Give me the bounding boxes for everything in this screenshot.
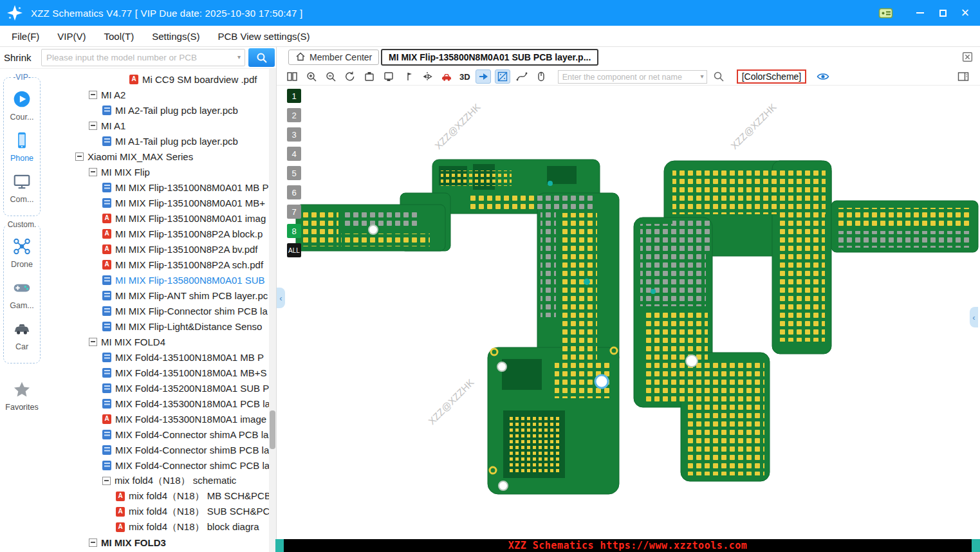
tree-item[interactable]: MI MIX FOLD4	[44, 334, 269, 349]
tree-item[interactable]: MI A2-Tail plug pcb layer.pcb	[44, 102, 269, 118]
tree-item[interactable]: MI MIX Flip-135800N8M0A01 SUB	[44, 272, 269, 288]
visibility-eye-icon[interactable]	[817, 71, 829, 82]
close-document-icon[interactable]	[961, 51, 974, 63]
board-bottom-icon[interactable]	[381, 69, 396, 84]
side-panel-icon[interactable]	[957, 71, 970, 82]
component-search-input[interactable]	[559, 71, 695, 83]
layer-button[interactable]: 8	[287, 224, 301, 238]
tree-item[interactable]: Xiaomi MIX_MAX Series	[44, 149, 269, 164]
chevron-down-icon[interactable]: ▾	[237, 53, 241, 60]
vip-card-icon[interactable]	[878, 6, 893, 20]
document-tab[interactable]: MI MIX Flip-135800N8M0A01 SUB PCB layer.…	[381, 49, 598, 66]
rail-item-phone[interactable]: Phone	[4, 131, 40, 163]
tree-item[interactable]: mix fold4（N18） block diagra	[44, 519, 269, 535]
rail-item-favorites[interactable]: Favorites	[0, 380, 44, 412]
tree-item-label: MIX Fold4-135300N18M0A1 image	[115, 414, 266, 425]
tree-item[interactable]: MIX Fold4-135100N18M0A1 MB+S	[44, 365, 269, 380]
tree-item[interactable]: MI A1	[44, 118, 269, 133]
overlay-image-icon[interactable]	[495, 69, 510, 84]
member-center-button[interactable]: Member Center	[288, 50, 379, 65]
tree-item[interactable]: MIX Fold4-135300N18M0A1 image	[44, 411, 269, 427]
tree-item[interactable]: MI MIX Flip-135100N8M0A01 MB+	[44, 195, 269, 210]
tree-item[interactable]: MI MIX Flip-ANT shim PCB layer.pc	[44, 288, 269, 303]
tree-item[interactable]: MIX Fold4-135300N18M0A1 PCB la	[44, 396, 269, 411]
tree-item[interactable]: mix fold4（N18） schematic	[44, 473, 269, 488]
rail-item-drone[interactable]: Drone	[4, 237, 40, 269]
flip-horizontal-icon[interactable]	[420, 69, 435, 84]
rail-item-label: Car	[4, 342, 40, 351]
model-search-input[interactable]	[42, 50, 234, 66]
tree-item[interactable]: MI MIX Flip-Connector shim PCB la	[44, 303, 269, 318]
zoom-in-icon[interactable]	[304, 69, 319, 84]
tree-item[interactable]: MI MIX FOLD3	[44, 535, 269, 550]
tree-item-icon	[102, 291, 111, 300]
tree-item[interactable]: MI MIX Flip-135100N8P2A sch.pdf	[44, 257, 269, 272]
tree-item[interactable]: Mi CC9 SM boardview .pdf	[44, 71, 269, 87]
status-scroll-right[interactable]	[972, 539, 980, 552]
tree-item[interactable]: MI MIX Flip-135100N8P2A block.p	[44, 226, 269, 241]
3d-view-button[interactable]: 3D	[458, 72, 472, 82]
mouse-mode-icon[interactable]	[533, 69, 549, 84]
tree-item-label: MI A1	[101, 120, 125, 131]
car-mode-icon[interactable]	[439, 69, 454, 84]
rotate-icon[interactable]	[342, 69, 358, 84]
tree-item-label: MIX Fold4-Connector shimA PCB la	[115, 429, 268, 440]
layer-button[interactable]: 3	[287, 127, 301, 142]
shrink-button[interactable]: Shrink	[4, 47, 32, 68]
component-search-icon[interactable]	[711, 69, 726, 84]
tree-item[interactable]: MIX Fold4-135100N18M0A1 MB P	[44, 349, 269, 365]
layer-button[interactable]: 1	[287, 89, 301, 103]
layer-button[interactable]: 7	[287, 205, 301, 219]
tree-item-icon	[116, 507, 125, 517]
tree-item[interactable]: mix fold4（N18） SUB SCH&PC	[44, 504, 269, 519]
tree-scrollbar-thumb[interactable]	[270, 410, 275, 449]
pan-arrow-icon[interactable]	[476, 69, 491, 84]
tree-item-icon	[116, 492, 125, 501]
measure-curve-icon[interactable]	[514, 69, 530, 84]
layer-button[interactable]: 5	[287, 166, 301, 180]
layer-button[interactable]: ALL	[287, 243, 301, 257]
pcb-board-view[interactable]: XZZ@XZZHK XZZ@XZZHK XZZ@XZZHK	[277, 86, 980, 539]
tree-item[interactable]: MI A2	[44, 87, 269, 102]
split-view-icon[interactable]	[284, 69, 300, 84]
zoom-out-icon[interactable]	[323, 69, 338, 84]
menu-item[interactable]: File(F)	[3, 31, 48, 42]
minimize-button[interactable]	[914, 7, 926, 19]
tree-item-label: MIX Fold4-Connector shimC PCB la	[115, 460, 269, 471]
tree-scrollbar[interactable]	[269, 69, 276, 552]
close-button[interactable]	[959, 7, 971, 19]
tree-item[interactable]: MIX Fold4-135200N18M0A1 SUB P	[44, 380, 269, 396]
tree-item[interactable]: MI MIX Flip-135100N8M0A01 imag	[44, 210, 269, 226]
menu-item[interactable]: Tool(T)	[95, 31, 143, 42]
collapse-right-panel-handle[interactable]	[970, 307, 978, 327]
tree-item[interactable]: MI MIX Flip-Light&Distance Senso	[44, 318, 269, 334]
tree-item[interactable]: MIX Fold4-Connector shimA PCB la	[44, 427, 269, 442]
colorscheme-button[interactable]: [ColorScheme]	[737, 69, 807, 84]
tree-item[interactable]: mix fold4（N18） MB SCH&PCB	[44, 488, 269, 504]
tree-item[interactable]: MIX Fold4-Connector shimC PCB la	[44, 457, 269, 473]
collapse-left-panel-handle[interactable]	[277, 288, 285, 308]
chevron-down-icon[interactable]: ▾	[701, 73, 704, 80]
rail-item-car[interactable]: Car	[4, 319, 40, 351]
model-search-button[interactable]	[248, 48, 275, 67]
board-top-icon[interactable]	[362, 69, 377, 84]
tree-item[interactable]: MI MIX Flip-135100N8P2A bv.pdf	[44, 241, 269, 257]
layer-button[interactable]: 2	[287, 108, 301, 122]
menu-item[interactable]: VIP(V)	[48, 31, 95, 42]
rail-item-computer[interactable]: Com...	[4, 172, 40, 204]
probe-flag-icon[interactable]	[400, 69, 416, 84]
status-scroll-left[interactable]	[275, 539, 284, 552]
menu-item[interactable]: Settings(S)	[143, 31, 208, 42]
tree-item[interactable]: MI MIX Flip	[44, 164, 269, 179]
tree-item[interactable]: MI A1-Tail plug pcb layer.pcb	[44, 133, 269, 149]
layer-button[interactable]: 4	[287, 147, 301, 161]
rail-item-gamepad[interactable]: Gam...	[4, 278, 40, 310]
tree-item[interactable]: MIX Fold4-Connector shimB PCB la	[44, 442, 269, 457]
menu-item[interactable]: PCB View settings(S)	[208, 31, 319, 42]
rail-item-course[interactable]: Cour...	[4, 89, 40, 122]
layer-button[interactable]: 6	[287, 185, 301, 199]
maximize-button[interactable]	[937, 7, 948, 19]
file-tree: Mi CC9 SM boardview .pdf MI A2 MI A2-Tai…	[44, 69, 269, 552]
tree-item-label: MI MIX Flip-Light&Distance Senso	[115, 321, 262, 332]
tree-item[interactable]: MI MIX Flip-135100N8M0A01 MB P	[44, 179, 269, 195]
